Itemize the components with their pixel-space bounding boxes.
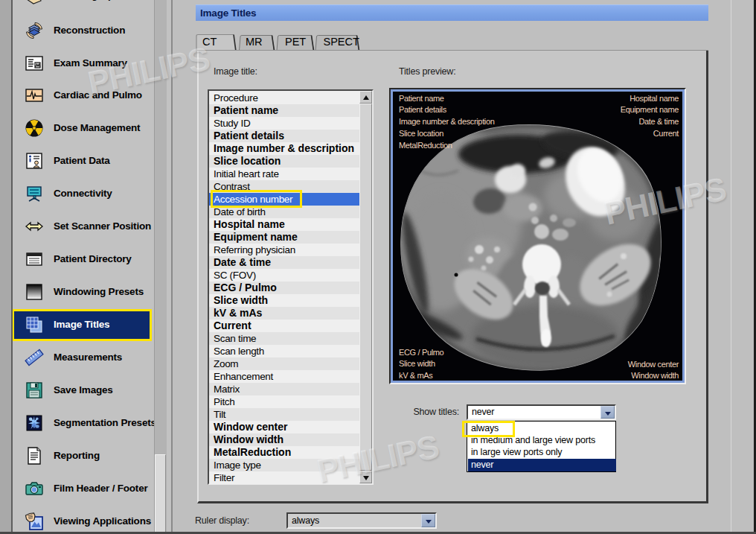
svg-text:MR: MR (246, 36, 263, 48)
svg-text:PET: PET (285, 36, 306, 48)
svg-text:SPECT: SPECT (324, 36, 359, 48)
